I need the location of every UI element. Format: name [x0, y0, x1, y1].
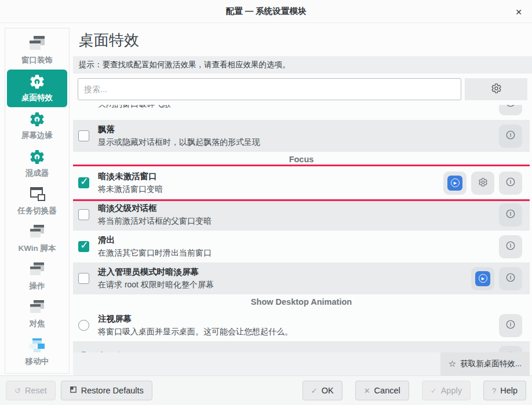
help-button[interactable]: ? Help: [483, 381, 526, 400]
effect-row-partial: 关闭的窗口破碎飞散: [73, 105, 530, 120]
info-button[interactable]: [499, 346, 522, 353]
page-title: 桌面特效: [73, 23, 532, 56]
effect-description: 将窗口吸入桌面并显示桌面。这可能会让您想起什么。: [98, 326, 499, 337]
cancel-button[interactable]: ✕ Cancel: [355, 381, 409, 400]
reset-button[interactable]: ↺ Reset: [6, 381, 56, 400]
star-icon: ☆: [449, 359, 456, 369]
sidebar-item-label: KWin 脚本: [18, 243, 56, 254]
gear-icon: [478, 177, 488, 189]
info-icon: [505, 272, 516, 284]
window-stack-icon: [27, 298, 47, 317]
info-icon: [505, 351, 516, 352]
effect-radio[interactable]: [78, 320, 89, 331]
gear-wrench-icon: [27, 148, 47, 166]
effect-row: 关闭的窗口破碎飞散: [73, 105, 530, 119]
effect-title: 飘落: [98, 124, 499, 136]
effect-row: 暗淡父级对话框 将当前激活对话框的父窗口变暗: [73, 199, 530, 231]
effect-checkbox[interactable]: [78, 209, 89, 220]
effect-checkbox[interactable]: [78, 177, 89, 188]
sidebar-item-label: 桌面特效: [21, 93, 53, 103]
check-icon: ✓: [431, 386, 437, 395]
effect-title: 窗口光圈: [98, 351, 499, 352]
gear-wrench-icon: [27, 72, 47, 91]
restore-defaults-icon: [70, 386, 77, 395]
effect-description: 在激活其它窗口时滑出当前窗口: [98, 247, 499, 258]
window-stack-icon: [27, 261, 47, 279]
sidebar-item-label: 混成器: [25, 168, 49, 178]
hint-text: 提示：要查找或配置如何激活效果，请查看相应效果的选项。: [73, 56, 532, 74]
effect-row: 飘落 显示或隐藏对话框时，以飘起飘落的形式呈现: [73, 120, 530, 152]
info-button[interactable]: [499, 203, 522, 227]
sidebar-item-desktop-effects[interactable]: 桌面特效: [7, 70, 67, 107]
undo-icon: ↺: [14, 386, 21, 395]
sidebar-item-compositor[interactable]: 混成器: [7, 145, 67, 183]
search-settings-button[interactable]: [465, 78, 527, 100]
cross-icon: ✕: [364, 386, 370, 395]
gear-wrench-icon: [27, 110, 47, 129]
close-icon[interactable]: ✕: [512, 6, 525, 19]
video-icon: ▶: [447, 176, 462, 191]
apply-button[interactable]: ✓ Apply: [422, 381, 471, 400]
get-new-effects-label: 获取新桌面特效...: [460, 359, 522, 369]
content-area: 窗口装饰 桌面特效 屏幕边缘 混成器 任务切换器: [0, 23, 532, 375]
info-button[interactable]: [499, 267, 522, 290]
effect-row: 注视屏幕 将窗口吸入桌面并显示桌面。这可能会让您想起什么。: [73, 309, 530, 341]
question-icon: ?: [492, 386, 496, 395]
info-button[interactable]: [499, 172, 522, 195]
sidebar-item-task-switcher[interactable]: 任务切换器: [7, 183, 67, 220]
effect-title: 暗淡父级对话框: [98, 203, 499, 214]
main-panel: 桌面特效 提示：要查找或配置如何激活效果，请查看相应效果的选项。 关闭的窗口破碎…: [73, 23, 532, 375]
video-icon: ▶: [475, 271, 490, 286]
search-input[interactable]: [78, 78, 461, 100]
sidebar-item-focus[interactable]: 对焦: [7, 295, 67, 333]
info-button[interactable]: [499, 314, 522, 337]
info-button[interactable]: [499, 105, 522, 115]
info-icon: [505, 105, 516, 110]
effect-title: 进入管理员模式时暗淡屏幕: [98, 267, 471, 278]
configure-button[interactable]: [471, 172, 494, 195]
effect-title: 注视屏幕: [98, 313, 499, 325]
video-preview-button[interactable]: ▶: [443, 172, 467, 195]
info-button[interactable]: [499, 235, 522, 258]
check-icon: ✓: [311, 386, 318, 395]
window-stack-icon: [27, 35, 47, 53]
effect-checkbox[interactable]: [78, 130, 89, 141]
get-new-effects-button[interactable]: ☆ 获取新桌面特效...: [440, 352, 530, 375]
sidebar-item-moving[interactable]: 移动中: [7, 333, 67, 371]
effect-row: 进入管理员模式时暗淡屏幕 在请求 root 权限时暗化整个屏幕 ▶: [73, 262, 530, 294]
effect-description: 显示或隐藏对话框时，以飘起飘落的形式呈现: [98, 137, 499, 148]
window-title: 配置 — 系统设置模块: [226, 6, 307, 17]
get-new-effects-band: ☆ 获取新桌面特效...: [73, 352, 530, 375]
sidebar-item-label: 对焦: [30, 319, 45, 329]
sidebar-item-screen-edges[interactable]: 屏幕边缘: [7, 107, 67, 145]
sidebar-item-window-decorations[interactable]: 窗口装饰: [7, 32, 67, 70]
moving-windows-icon: [27, 336, 47, 355]
info-icon: [505, 240, 516, 253]
effect-description: 将当前激活对话框的父窗口变暗: [98, 216, 499, 227]
window-stack-icon: [27, 223, 47, 242]
effect-row-highlighted: 暗淡未激活窗口 将未激活窗口变暗 ▶: [73, 167, 530, 199]
info-icon: [505, 177, 516, 189]
effect-checkbox[interactable]: [78, 273, 89, 284]
restore-defaults-button[interactable]: Restore Defaults: [61, 381, 152, 400]
effects-list: 关闭的窗口破碎飞散 飘落 显示或隐藏对话框时，以飘起飘落的形式呈现: [73, 105, 530, 352]
window-switch-icon: [27, 185, 47, 204]
effect-row: 窗口光圈: [73, 341, 530, 352]
effect-description: 将未激活窗口变暗: [98, 184, 443, 195]
sidebar-item-partial[interactable]: [7, 371, 67, 374]
ok-button[interactable]: ✓ OK: [303, 381, 342, 400]
video-preview-button[interactable]: ▶: [471, 267, 494, 290]
effect-title: 暗淡未激活窗口: [98, 171, 443, 183]
info-icon: [505, 319, 516, 331]
sidebar-item-label: 屏幕边缘: [21, 130, 53, 141]
sidebar-item-window-actions[interactable]: 操作: [7, 258, 67, 295]
effect-description: 关闭的窗口破碎飞散: [98, 105, 499, 110]
info-button[interactable]: [499, 125, 522, 148]
sidebar: 窗口装饰 桌面特效 屏幕边缘 混成器 任务切换器: [5, 28, 70, 374]
effect-checkbox[interactable]: [78, 241, 89, 252]
effect-radio[interactable]: [78, 352, 89, 352]
sidebar-item-kwin-scripts[interactable]: KWin 脚本: [7, 220, 67, 258]
sidebar-item-label: 窗口装饰: [21, 55, 53, 65]
title-bar: 配置 — 系统设置模块 ✕: [0, 0, 532, 23]
sidebar-item-label: 移动中: [25, 356, 49, 367]
